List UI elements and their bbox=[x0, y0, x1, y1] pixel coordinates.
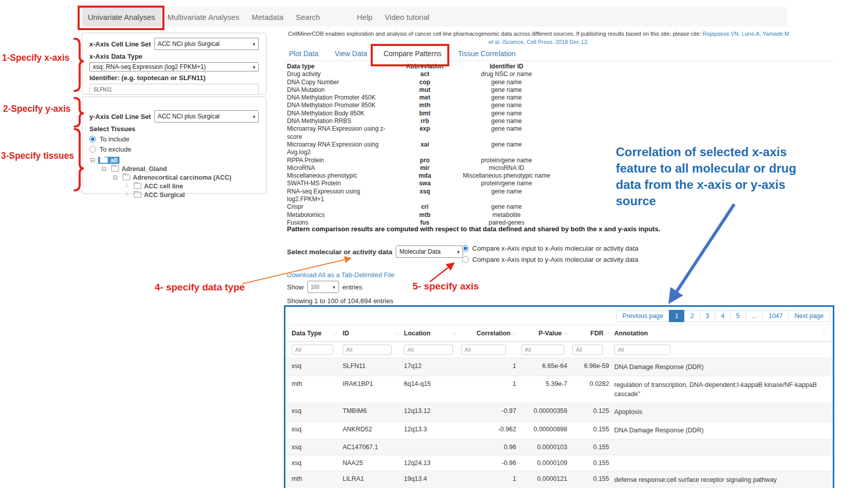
abbrev-row: Miscellaneous phenotypicmdaMiscellaneous… bbox=[287, 172, 558, 180]
results-table: Previous page12345...1047Next page Data … bbox=[284, 305, 834, 488]
column-header-correlation[interactable]: Correlation↓↑ bbox=[461, 325, 521, 341]
pattern-comparison-note: Pattern comparison results are computed … bbox=[287, 225, 660, 233]
select-tissues-label: Select Tissues bbox=[89, 125, 259, 133]
tree-item[interactable]: └ACC cell line bbox=[89, 182, 259, 190]
folder-icon bbox=[134, 192, 141, 198]
abbrev-row: Metabolomicsmtbmetabolite bbox=[287, 211, 558, 219]
tab-compare-patterns[interactable]: Compare Patterns bbox=[381, 48, 444, 59]
abbrev-row: DNA Methylation RRBSrrbgene name bbox=[287, 117, 558, 125]
sort-icon: ↓↑ bbox=[512, 330, 516, 336]
tissues-include-radio[interactable]: To include bbox=[89, 135, 259, 143]
results-table-body: xsqSLFN1117q1216.65e-646.96e-59DNA Damag… bbox=[285, 358, 833, 488]
column-header-location[interactable]: Location↓↑ bbox=[404, 325, 461, 341]
tab-tissue-correlation[interactable]: Tissue Correlation bbox=[456, 48, 518, 59]
filter-input-location[interactable] bbox=[404, 345, 453, 355]
nav-item-multivariate-analyses[interactable]: Multivariate Analyses bbox=[161, 8, 246, 27]
annotation-step1: 1-Specify x-axis bbox=[2, 53, 69, 63]
y-axis-cell-line-set-select[interactable]: ACC NCI plus Surgical▾ bbox=[154, 110, 259, 123]
nav-item-search[interactable]: Search bbox=[290, 8, 326, 27]
page-button-2[interactable]: 2 bbox=[684, 310, 700, 322]
column-header-fdr[interactable]: FDR↓↑ bbox=[572, 325, 614, 341]
compare-y-axis-radio-label: Compare x-Axis input to y-Axis molecular… bbox=[472, 256, 638, 263]
tree-item-label: ACC Surgical bbox=[132, 191, 187, 199]
column-header-id[interactable]: ID↓↑ bbox=[343, 325, 404, 341]
compare-x-axis-radio[interactable]: Compare x-Axis input to x-Axis molecular… bbox=[462, 245, 638, 252]
page-button-...[interactable]: ... bbox=[745, 310, 763, 322]
page-button-1047[interactable]: 1047 bbox=[762, 310, 789, 322]
collapse-icon[interactable]: ⊟ bbox=[89, 157, 96, 164]
annotation-correlation-note: Correlation of selected x-axisfeature to… bbox=[616, 144, 830, 209]
column-header-annotation[interactable]: Annotation↓↑ bbox=[614, 325, 827, 341]
folder-icon bbox=[100, 157, 108, 163]
tab-plot-data[interactable]: Plot Data bbox=[287, 48, 321, 59]
collapse-icon[interactable]: ⊟ bbox=[101, 165, 107, 173]
citation-link[interactable]: Rajapakse.VN, Luna.A, Yamade.M bbox=[703, 31, 789, 37]
sort-icon: ↓↑ bbox=[563, 330, 567, 336]
page-button-3[interactable]: 3 bbox=[700, 310, 715, 322]
abbrev-row: RPPA Proteinproprotein/gene name bbox=[287, 157, 558, 164]
nav-item-video-tutorial[interactable]: Video tutorial bbox=[379, 8, 436, 27]
table-row: xsqSLFN1117q1216.65e-646.96e-59DNA Damag… bbox=[285, 358, 833, 376]
y-axis-cell-line-set-label: y-Axis Cell Line Set bbox=[89, 113, 151, 120]
download-all-link[interactable]: Download All as a Tab-Delimited File bbox=[287, 271, 395, 279]
filter-input-data-type[interactable] bbox=[292, 345, 333, 355]
table-row: xsqAC147067.10.960.00001030.155 bbox=[285, 439, 833, 455]
x-axis-cell-line-set-select[interactable]: ACC NCI plus Surgical▾ bbox=[154, 38, 259, 50]
collapse-icon[interactable]: ⊟ bbox=[112, 174, 118, 181]
table-row: xsqANKRD5212q13.3-0.9620.000008980.155DN… bbox=[285, 421, 833, 439]
folder-icon bbox=[134, 183, 141, 189]
chevron-down-icon: ▾ bbox=[253, 114, 255, 119]
sort-icon: ↓↑ bbox=[395, 330, 399, 336]
citation-text: CellMinerCDB enables exploration and ana… bbox=[283, 30, 794, 46]
chevron-down-icon: ▾ bbox=[333, 284, 335, 290]
column-header-p-value[interactable]: P-Value↓↑ bbox=[521, 325, 572, 341]
pagination: Previous page12345...1047Next page bbox=[285, 307, 833, 325]
previous-page-button[interactable]: Previous page bbox=[616, 310, 669, 322]
entries-label: entries bbox=[343, 283, 363, 291]
table-row: mthIRAK1BP16q14-q1515.39e-70.0282regulat… bbox=[285, 376, 833, 403]
filter-input-correlation[interactable] bbox=[461, 345, 506, 355]
filter-input-fdr[interactable] bbox=[572, 345, 603, 355]
tree-item[interactable]: ⊟Adrenal_Gland bbox=[89, 164, 259, 173]
tab-view-data[interactable]: View Data bbox=[333, 48, 370, 59]
molecular-data-select[interactable]: Molecular Data▾ bbox=[396, 246, 463, 258]
page-button-4[interactable]: 4 bbox=[715, 310, 731, 322]
tree-connector: └ bbox=[123, 191, 130, 199]
nav-item-metadata[interactable]: Metadata bbox=[246, 8, 290, 27]
column-header-data-type[interactable]: Data Type↓↑ bbox=[292, 325, 343, 341]
folder-icon bbox=[123, 175, 130, 180]
filter-input-id[interactable] bbox=[343, 345, 392, 355]
annotation-step3: 3-Specify tissues bbox=[1, 151, 74, 161]
folder-icon bbox=[111, 166, 119, 172]
tissues-exclude-label: To exclude bbox=[100, 145, 131, 153]
axis-compare-radios: Compare x-Axis input to x-Axis molecular… bbox=[462, 245, 638, 267]
page-button-5[interactable]: 5 bbox=[730, 310, 746, 322]
radio-icon bbox=[462, 245, 469, 252]
next-page-button[interactable]: Next page bbox=[788, 310, 830, 322]
page-button-1[interactable]: 1 bbox=[669, 310, 685, 322]
compare-y-axis-radio[interactable]: Compare x-Axis input to y-Axis molecular… bbox=[462, 256, 638, 263]
abbrev-row: DNA Methylation Body 850Kbmtgene name bbox=[287, 110, 558, 117]
y-axis-tissues-panel: y-Axis Cell Line Set ACC NCI plus Surgic… bbox=[82, 96, 267, 194]
tree-item[interactable]: ⊟Adrenocortical carcinoma (ACC) bbox=[89, 173, 259, 182]
tissue-tree: ⊟all⊟Adrenal_Gland⊟Adrenocortical carcin… bbox=[89, 156, 259, 199]
showing-entries-text: Showing 1 to 100 of 104,694 entries bbox=[287, 297, 393, 305]
sort-icon: ↓↑ bbox=[333, 330, 337, 336]
blue-arrow-to-table bbox=[671, 204, 734, 300]
x-axis-data-type-select[interactable]: xsq: RNA-seq Expression (log2 FPKM+1)▾ bbox=[89, 62, 259, 71]
filter-input-p-value[interactable] bbox=[521, 345, 564, 355]
citation-link[interactable]: et al. iScience, Cell Press. 2018 Dec 12… bbox=[489, 39, 589, 45]
abbrev-row: DNA Copy Numbercopgene name bbox=[287, 79, 558, 86]
identifier-input[interactable] bbox=[89, 84, 259, 95]
molecular-data-label: Select molecular or activity data bbox=[287, 248, 392, 256]
tree-item-label: Adrenal_Gland bbox=[109, 165, 169, 173]
abbrev-row: Crisprcrigene name bbox=[287, 203, 558, 211]
tree-item[interactable]: ⊟all bbox=[89, 156, 259, 164]
nav-item-help[interactable]: Help bbox=[351, 8, 379, 27]
nav-item-univariate-analyses[interactable]: Univariate Analyses bbox=[82, 8, 161, 27]
tree-item[interactable]: └ACC Surgical bbox=[89, 190, 259, 199]
tissues-exclude-radio[interactable]: To exclude bbox=[89, 145, 259, 153]
page-length-select[interactable]: 100▾ bbox=[307, 281, 339, 293]
filter-input-annotation[interactable] bbox=[614, 345, 670, 355]
tree-connector: └ bbox=[123, 183, 130, 190]
